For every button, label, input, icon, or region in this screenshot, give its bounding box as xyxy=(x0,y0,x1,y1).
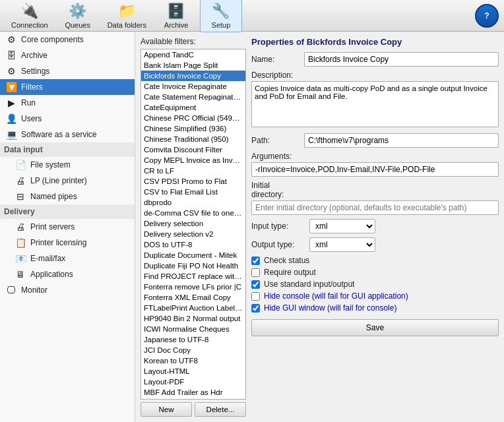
use-standard-io-checkbox[interactable] xyxy=(251,280,260,289)
sidebar-item-software[interactable]: 💻 Software as a service xyxy=(0,127,135,142)
hide-console-checkbox[interactable] xyxy=(251,292,260,301)
list-item[interactable]: MBF Add Trailer as Hdr xyxy=(141,387,245,398)
core-icon: ⚙ xyxy=(5,34,17,45)
list-item[interactable]: Cate Statement Repaginate a xyxy=(141,92,245,102)
filter-buttons: New Delete... xyxy=(141,402,246,417)
arguments-input[interactable] xyxy=(251,162,499,177)
data-folders-icon: 📁 xyxy=(118,3,136,20)
list-item[interactable]: Layout-HTML xyxy=(141,366,245,377)
list-item[interactable]: Delivery selection v2 xyxy=(141,229,245,239)
list-item[interactable]: Layout-PDF xyxy=(141,377,245,387)
list-item[interactable]: CSV to Flat Email List xyxy=(141,187,245,197)
queues-button[interactable]: ⚙️ Queues xyxy=(57,0,99,32)
sidebar: ⚙ Core components 🗄 Archive ⚙ Settings 🔽… xyxy=(0,32,135,422)
hide-console-row: Hide console (will fail for GUI applicat… xyxy=(251,291,499,301)
list-item[interactable]: de-Comma CSV file to one line xyxy=(141,208,245,218)
sidebar-item-file-system[interactable]: 📄 File system xyxy=(0,157,135,173)
connection-label: Connection xyxy=(11,21,48,29)
list-item[interactable]: HP9040 Bin 2 Normal output xyxy=(141,313,245,324)
require-output-checkbox[interactable] xyxy=(251,268,260,277)
data-folders-button[interactable]: 📁 Data folders xyxy=(102,0,152,32)
check-status-checkbox[interactable] xyxy=(251,256,260,265)
filter-list-container[interactable]: Append TandCBank Islam Page SplitBickfor… xyxy=(141,49,246,400)
sidebar-item-filters[interactable]: 🔽 Filters xyxy=(0,79,135,95)
list-item[interactable]: ICWI Normalise Cheques xyxy=(141,324,245,334)
help-button[interactable]: ? xyxy=(475,4,499,28)
output-type-select[interactable]: xml text binary xyxy=(309,237,375,252)
filter-panel-label: Available filters: xyxy=(141,37,246,46)
new-filter-button[interactable]: New xyxy=(141,402,192,417)
archive-icon: 🗄️ xyxy=(167,3,185,20)
list-item[interactable]: Comvita Discount Filter xyxy=(141,144,245,155)
list-item[interactable]: Bank Islam Page Split xyxy=(141,60,245,71)
print-servers-icon: 🖨 xyxy=(15,222,26,232)
path-input[interactable] xyxy=(304,133,499,148)
list-item[interactable]: Chinese Simplified (936) xyxy=(141,123,245,134)
initial-dir-input[interactable] xyxy=(251,200,499,215)
applications-icon: 🖥 xyxy=(15,269,26,280)
email-fax-icon: 📧 xyxy=(15,253,26,264)
software-icon: 💻 xyxy=(5,129,17,140)
sidebar-item-monitor[interactable]: 🖵 Monitor xyxy=(0,282,135,298)
output-type-row: Output type: xml text binary xyxy=(251,237,499,252)
use-standard-io-label: Use standard input/output xyxy=(264,280,354,289)
name-input[interactable] xyxy=(304,52,499,67)
filter-list: Append TandCBank Islam Page SplitBickfor… xyxy=(141,49,245,400)
sidebar-item-lp[interactable]: 🖨 LP (Line printer) xyxy=(0,173,135,189)
list-item[interactable]: CSV PDSI Promo to Flat xyxy=(141,176,245,187)
setup-button[interactable]: 🔧 Setup xyxy=(200,0,242,32)
delivery-label: Delivery xyxy=(4,207,35,216)
delete-filter-button[interactable]: Delete... xyxy=(195,402,246,417)
list-item[interactable]: Chinese PRC Official (54936) xyxy=(141,113,245,123)
list-item[interactable]: Japanese to UTF-8 xyxy=(141,334,245,345)
list-item[interactable]: Korean to UTF8 xyxy=(141,355,245,366)
sidebar-item-archive[interactable]: 🗄 Archive xyxy=(0,47,135,63)
list-item[interactable]: FTLabelPrint Auction Label to xyxy=(141,303,245,313)
sidebar-item-named[interactable]: ⊟ Named pipes xyxy=(0,189,135,204)
input-type-select[interactable]: xml text binary xyxy=(309,219,375,233)
description-textarea[interactable] xyxy=(251,81,499,127)
sidebar-item-applications[interactable]: 🖥 Applications xyxy=(0,266,135,282)
list-item[interactable]: Find PROJECT replace with S xyxy=(141,271,245,282)
properties-title: Properties of Bickfords Invoice Copy xyxy=(251,37,499,47)
sidebar-item-label-settings: Settings xyxy=(21,67,49,76)
list-item[interactable]: Duplicate Fiji PO Not Health xyxy=(141,260,245,271)
list-item[interactable]: CateEquipment xyxy=(141,102,245,113)
connection-button[interactable]: 🔌 Connection xyxy=(5,0,54,32)
list-item[interactable]: DOS to UTF-8 xyxy=(141,239,245,250)
sidebar-item-printer-licensing[interactable]: 📋 Printer licensing xyxy=(0,235,135,251)
description-row: Description: xyxy=(251,71,499,129)
list-item[interactable]: Fonterra remove LFs prior |C xyxy=(141,282,245,292)
connection-icon: 🔌 xyxy=(20,3,38,20)
sidebar-item-settings[interactable]: ⚙ Settings xyxy=(0,63,135,79)
list-item[interactable]: Copy MEPL Invoice as Invoice xyxy=(141,155,245,166)
sidebar-item-print-servers[interactable]: 🖨 Print servers xyxy=(0,219,135,235)
list-item[interactable]: Chinese Traditional (950) xyxy=(141,134,245,144)
save-button[interactable]: Save xyxy=(251,319,499,336)
main-layout: ⚙ Core components 🗄 Archive ⚙ Settings 🔽… xyxy=(0,32,504,422)
sidebar-section-delivery: Delivery xyxy=(0,204,135,219)
sidebar-item-label-core: Core components xyxy=(21,35,84,44)
list-item[interactable]: dbprodo xyxy=(141,197,245,208)
list-item[interactable]: MBF Repag RemHdrs xyxy=(141,398,245,400)
name-label: Name: xyxy=(251,55,304,64)
sidebar-item-run[interactable]: ▶ Run xyxy=(0,95,135,111)
initial-dir-label: Initial directory: xyxy=(251,181,304,199)
path-label: Path: xyxy=(251,136,304,145)
settings-icon: ⚙ xyxy=(5,66,17,76)
archive-button[interactable]: 🗄️ Archive xyxy=(155,0,197,32)
list-item[interactable]: Bickfords Invoice Copy xyxy=(141,71,245,81)
list-item[interactable]: Delivery selection xyxy=(141,218,245,229)
list-item[interactable]: Cate Invoice Repaginate xyxy=(141,81,245,92)
sidebar-item-core[interactable]: ⚙ Core components xyxy=(0,32,135,47)
hide-gui-checkbox[interactable] xyxy=(251,304,260,313)
list-item[interactable]: Fonterra XML Email Copy xyxy=(141,292,245,303)
list-item[interactable]: Append TandC xyxy=(141,49,245,60)
sidebar-item-users[interactable]: 👤 Users xyxy=(0,111,135,127)
list-item[interactable]: CR to LF xyxy=(141,166,245,176)
named-icon: ⊟ xyxy=(15,191,26,202)
list-item[interactable]: JCI Doc Copy xyxy=(141,345,245,355)
list-item[interactable]: Duplicate Document - Mitek xyxy=(141,250,245,260)
sidebar-item-email-fax[interactable]: 📧 E-mail/fax xyxy=(0,251,135,266)
content-area: Available filters: Append TandCBank Isla… xyxy=(135,32,504,422)
